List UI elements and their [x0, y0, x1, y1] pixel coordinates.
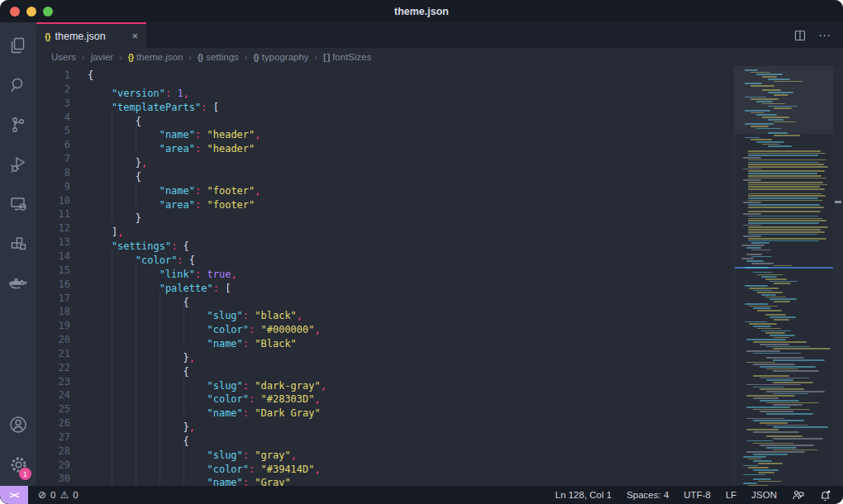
code-row[interactable]: 23"slug": "dark-gray",	[36, 375, 734, 389]
code-line-content: },	[70, 416, 195, 430]
language-mode[interactable]: JSON	[751, 490, 777, 500]
code-line-content: },	[70, 152, 147, 166]
feedback-icon[interactable]	[792, 489, 804, 502]
notifications-bell-icon[interactable]	[819, 489, 831, 502]
minimap-line	[748, 231, 825, 233]
code-line-content: {	[70, 361, 189, 375]
code-line-content: "color": "#39414D",	[70, 459, 321, 473]
code-row[interactable]: 3"templateParts": [	[36, 97, 734, 111]
code-row[interactable]: 8{	[36, 166, 734, 180]
indent-guide	[136, 361, 160, 375]
minimap-line	[745, 303, 768, 305]
code-row[interactable]: 11}	[36, 207, 734, 221]
code-row[interactable]: 10"area": "footer"	[36, 194, 734, 208]
tab-label: theme.json	[55, 31, 106, 42]
indent-guide	[88, 124, 112, 138]
indent-guide	[112, 416, 136, 430]
code-row[interactable]: 25"name": "Dark Gray"	[36, 402, 734, 416]
minimap-line	[757, 328, 781, 330]
code-line-content: "palette": [	[70, 278, 231, 292]
close-tab-icon[interactable]: ×	[131, 30, 138, 42]
minimap-line	[766, 435, 803, 437]
sidebar-item-accounts[interactable]	[0, 407, 36, 446]
tab-theme-json[interactable]: {} theme.json ×	[36, 22, 146, 48]
breadcrumb-item-javier[interactable]: javier	[91, 52, 113, 62]
minimap-line	[750, 126, 769, 127]
minimap-line	[743, 179, 761, 181]
indentation-setting[interactable]: Spaces: 4	[626, 490, 669, 500]
line-number: 22	[36, 361, 70, 375]
code-row[interactable]: 13"settings": {	[36, 235, 734, 250]
minimap-line	[751, 256, 772, 258]
sidebar-item-docker[interactable]	[0, 265, 36, 305]
cursor-position[interactable]: Ln 128, Col 1	[555, 490, 612, 500]
minimap-line	[765, 278, 787, 280]
split-editor-button[interactable]	[793, 29, 807, 42]
encoding-setting[interactable]: UTF-8	[683, 490, 711, 500]
code-row[interactable]: 26},	[36, 416, 734, 430]
sidebar-item-run-debug[interactable]	[0, 146, 36, 186]
run-debug-icon	[8, 155, 28, 178]
code-row[interactable]: 1{	[36, 69, 734, 83]
line-number: 2	[36, 83, 70, 97]
indent-guide	[112, 333, 136, 347]
code-token: :	[195, 143, 207, 155]
minimap[interactable]	[734, 66, 833, 486]
code-area[interactable]: 1{2"version": 1,3"templateParts": [4{5"n…	[36, 66, 734, 486]
code-token: "Dark Gray"	[255, 407, 320, 419]
code-row[interactable]: 14"color": {	[36, 250, 734, 264]
code-row[interactable]: 16"palette": [	[36, 278, 734, 292]
sidebar-item-search[interactable]	[0, 67, 36, 107]
code-row[interactable]: 20"name": "Black"	[36, 333, 734, 347]
code-row[interactable]: 15"link": true,	[36, 264, 734, 278]
breadcrumb-item-users[interactable]: Users	[51, 52, 76, 62]
code-row[interactable]: 27{	[36, 430, 734, 445]
code-row[interactable]: 24"color": "#28303D",	[36, 388, 734, 402]
sidebar-item-source-control[interactable]	[0, 107, 36, 146]
minimap-line	[773, 449, 817, 451]
eol-setting[interactable]: LF	[726, 490, 736, 500]
code-row[interactable]: 7},	[36, 152, 734, 166]
code-row[interactable]: 9"name": "footer",	[36, 180, 734, 194]
code-row[interactable]: 6"area": "header"	[36, 138, 734, 152]
minimap-line	[748, 240, 819, 242]
more-actions-button[interactable]: ⋯	[818, 31, 831, 40]
code-line-content: "slug": "black",	[70, 305, 302, 319]
remote-window-button[interactable]: ><	[0, 486, 28, 504]
code-row[interactable]: 17{	[36, 292, 734, 306]
problems-indicator[interactable]: ⊘ 0 ⚠ 0	[38, 489, 79, 501]
minimap-line	[748, 193, 822, 195]
indent-guide	[88, 305, 112, 319]
code-row[interactable]: 18"slug": "black",	[36, 305, 734, 319]
indent-guide	[88, 445, 112, 459]
indent-guide	[112, 278, 136, 292]
code-row[interactable]: 29"color": "#39414D",	[36, 459, 734, 473]
minimap-line	[753, 460, 772, 462]
code-row[interactable]: 30"name": "Gray"	[36, 472, 734, 486]
code-row[interactable]: 2"version": 1,	[36, 83, 734, 97]
code-row[interactable]: 22{	[36, 361, 734, 375]
code-row[interactable]: 21},	[36, 347, 734, 361]
sidebar-item-remote-explorer[interactable]	[0, 186, 36, 226]
breadcrumb-item-settings[interactable]: {}settings	[198, 52, 239, 62]
code-row[interactable]: 28"slug": "gray",	[36, 445, 734, 459]
indent-guide	[183, 305, 207, 319]
sidebar-item-settings[interactable]: 1	[0, 446, 36, 486]
code-row[interactable]: 5"name": "header",	[36, 124, 734, 138]
indent-guide	[88, 459, 112, 473]
line-number: 25	[36, 402, 70, 416]
code-token: ,	[231, 269, 236, 280]
sidebar-item-extensions[interactable]	[0, 226, 36, 265]
code-token: [	[213, 102, 219, 113]
code-row[interactable]: 4{	[36, 111, 734, 125]
line-number: 1	[36, 69, 70, 83]
breadcrumb-item-fontsizes[interactable]: [ ]fontSizes	[323, 52, 371, 62]
breadcrumb-item-typography[interactable]: {}typography	[253, 52, 308, 62]
overview-ruler[interactable]	[833, 66, 843, 486]
breadcrumb-item-theme-json[interactable]: {}theme.json	[128, 52, 183, 62]
sidebar-item-explorer[interactable]	[0, 27, 36, 67]
indent-guide	[112, 445, 136, 459]
minimap-line	[768, 78, 790, 80]
code-line-content: "name": "Gray"	[70, 472, 291, 486]
code-row[interactable]: 19"color": "#000000",	[36, 319, 734, 333]
